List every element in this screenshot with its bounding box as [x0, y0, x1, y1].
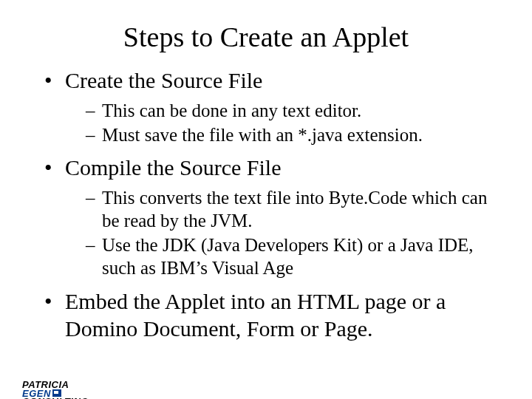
- sub-bullet-item: Use the JDK (Java Developers Kit) or a J…: [86, 233, 502, 280]
- sub-bullet-item: Must save the file with an *.java extens…: [86, 123, 502, 146]
- bullet-list: Create the Source File This can be done …: [44, 66, 502, 343]
- logo: PATRICIA EGEN CONSULTING: [22, 381, 89, 399]
- sub-bullet-list: This converts the text file into Byte.Co…: [65, 186, 502, 280]
- sub-bullet-text: Use the JDK (Java Developers Kit) or a J…: [102, 235, 474, 278]
- bullet-text: Compile the Source File: [65, 155, 281, 180]
- slide-content: Create the Source File This can be done …: [44, 66, 502, 343]
- sub-bullet-text: This can be done in any text editor.: [102, 100, 361, 120]
- bullet-item: Create the Source File This can be done …: [44, 66, 502, 146]
- sub-bullet-item: This can be done in any text editor.: [86, 99, 502, 122]
- sub-bullet-text: Must save the file with an *.java extens…: [102, 125, 423, 145]
- sub-bullet-list: This can be done in any text editor. Mus…: [65, 99, 502, 147]
- bullet-text: Create the Source File: [65, 68, 262, 92]
- slide: { "title": "Steps to Create an Applet", …: [0, 21, 532, 399]
- slide-title: Steps to Create an Applet: [0, 21, 532, 53]
- bullet-text: Embed the Applet into an HTML page or a …: [65, 289, 446, 341]
- bullet-item: Compile the Source File This converts th…: [44, 154, 502, 280]
- sub-bullet-text: This converts the text file into Byte.Co…: [102, 188, 487, 231]
- sub-bullet-item: This converts the text file into Byte.Co…: [86, 186, 502, 233]
- bullet-item: Embed the Applet into an HTML page or a …: [44, 287, 502, 343]
- logo-mark-icon: [52, 389, 61, 397]
